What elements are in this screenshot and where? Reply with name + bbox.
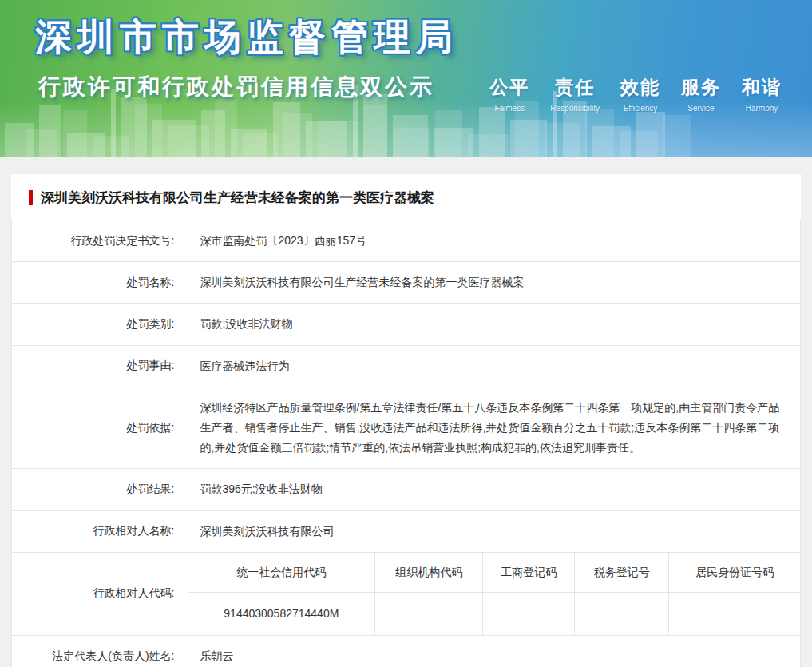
row-label: 行政相对人代码: [12,552,188,635]
red-accent-bar [29,190,33,205]
slogan-fairness: 公平 Faimess [489,75,529,113]
table-row: 处罚依据: 深圳经济特区产品质量管理条例/第五章法律责任/第五十八条违反本条例第… [12,387,801,469]
code-column-header: 统一社会信用代码 [188,553,375,593]
row-label: 行政处罚决定书文号: [12,220,188,262]
row-label: 处罚结果: [12,469,188,510]
row-value: 深圳美刻沃沃科技有限公司 [188,510,801,552]
code-value-cell [669,592,800,635]
site-subtitle: 行政许可和行政处罚信用信息双公示 [38,72,434,102]
slogan-en: Service [681,104,721,113]
table-row: 行政处罚决定书文号: 深市监南处罚〔2023〕西丽157号 [12,220,801,262]
slogan-en: Harmony [742,104,782,113]
row-label: 处罚类别: [12,304,188,345]
row-value: 医疗器械违法行为 [188,345,801,387]
code-column-header: 工商登记码 [483,553,575,593]
slogan-cn: 公平 [489,75,529,100]
row-value: 深圳经济特区产品质量管理条例/第五章法律责任/第五十八条违反本条例第二十四条第一… [188,387,801,469]
table-row: 行政相对人名称: 深圳美刻沃沃科技有限公司 [12,510,801,552]
row-value: 深市监南处罚〔2023〕西丽157号 [188,220,801,262]
content-card: 深圳美刻沃沃科技有限公司生产经营未经备案的第一类医疗器械案 行政处罚决定书文号:… [11,174,801,667]
site-title: 深圳市市场监督管理局 [35,13,458,62]
row-label: 行政相对人名称: [12,510,188,552]
code-value-cell [483,592,575,635]
case-title-row: 深圳美刻沃沃科技有限公司生产经营未经备案的第一类医疗器械案 [11,187,801,220]
slogan-en: Faimess [489,104,529,113]
slogan-efficiency: 效能 Efficiency [620,75,660,113]
table-row: 处罚事由: 医疗器械违法行为 [12,345,801,387]
code-column-header: 税务登记号 [575,553,669,593]
slogan-list: 公平 Faimess 责任 Responsibility 效能 Efficien… [489,75,782,113]
penalty-info-table: 行政处罚决定书文号: 深市监南处罚〔2023〕西丽157号 处罚名称: 深圳美刻… [11,220,801,667]
code-column-header: 组织机构代码 [375,553,483,593]
table-row: 处罚类别: 罚款;没收非法财物 [12,304,801,345]
code-table-cell: 统一社会信用代码 组织机构代码 工商登记码 税务登记号 居民身份证号码 9144… [188,552,801,635]
slogan-responsibility: 责任 Responsibility [550,75,600,113]
code-value-cell [575,592,669,635]
row-value: 罚款396元;没收非法财物 [188,469,801,510]
row-value: 罚款;没收非法财物 [188,304,801,345]
code-value-cell [375,592,483,635]
row-label: 处罚依据: [12,387,188,469]
slogan-harmony: 和谐 Harmony [742,75,782,113]
slogan-cn: 效能 [620,75,660,100]
table-row: 处罚结果: 罚款396元;没收非法财物 [12,469,801,510]
code-value-row: 91440300582714440M [188,592,800,635]
slogan-en: Responsibility [550,104,600,113]
site-banner: 深圳市市场监督管理局 行政许可和行政处罚信用信息双公示 公平 Faimess 责… [0,0,812,157]
row-label: 处罚事由: [12,345,188,387]
row-value: 深圳美刻沃沃科技有限公司生产经营未经备案的第一类医疗器械案 [188,262,801,304]
code-header-row: 统一社会信用代码 组织机构代码 工商登记码 税务登记号 居民身份证号码 [188,553,800,593]
slogan-service: 服务 Service [681,75,721,113]
row-label: 处罚名称: [12,262,188,304]
code-column-header: 居民身份证号码 [669,553,800,593]
slogan-cn: 责任 [550,75,600,100]
slogan-cn: 服务 [681,75,721,100]
page-title: 深圳美刻沃沃科技有限公司生产经营未经备案的第一类医疗器械案 [41,189,434,207]
row-label: 法定代表人(负责人)姓名: [12,636,188,667]
row-value: 乐朝云 [188,636,801,667]
slogan-en: Efficiency [620,104,660,113]
party-code-table: 统一社会信用代码 组织机构代码 工商登记码 税务登记号 居民身份证号码 9144… [188,553,801,635]
page: 深圳市市场监督管理局 行政许可和行政处罚信用信息双公示 公平 Faimess 责… [0,0,812,667]
slogan-cn: 和谐 [742,75,782,100]
table-row-party-codes: 行政相对人代码: 统一社会信用代码 组织机构代码 工商登记码 [12,552,801,635]
code-value-cell: 91440300582714440M [188,592,375,635]
table-row: 处罚名称: 深圳美刻沃沃科技有限公司生产经营未经备案的第一类医疗器械案 [12,262,801,304]
table-row: 法定代表人(负责人)姓名: 乐朝云 [12,636,801,667]
